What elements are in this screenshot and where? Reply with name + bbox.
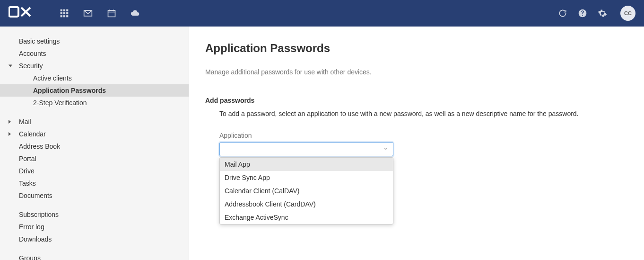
sidebar-item-label: Portal <box>19 155 36 162</box>
main-content: Application Passwords Manage additional … <box>189 27 644 260</box>
sidebar-item-label: Application Passwords <box>33 87 106 94</box>
refresh-icon[interactable] <box>558 9 567 18</box>
svg-rect-4 <box>61 12 62 14</box>
sidebar-item-drive[interactable]: Drive <box>0 165 189 177</box>
sidebar-item-mail[interactable]: Mail <box>0 116 189 128</box>
sidebar-item-label: Subscriptions <box>19 211 59 218</box>
sidebar-item-label: Accounts <box>19 50 46 57</box>
sidebar-item-error-log[interactable]: Error log <box>0 221 189 233</box>
sidebar-item-label: Tasks <box>19 179 36 187</box>
sidebar-item-label: 2-Step Verification <box>33 99 87 107</box>
sidebar-item-label: Basic settings <box>19 37 60 45</box>
cloud-icon[interactable] <box>131 9 140 18</box>
svg-rect-7 <box>61 15 62 17</box>
topbar: CC <box>0 0 644 27</box>
svg-rect-1 <box>61 9 62 11</box>
svg-rect-8 <box>63 15 65 17</box>
application-option[interactable]: Drive Sync App <box>220 171 393 184</box>
sidebar-item-portal[interactable]: Portal <box>0 152 189 165</box>
sidebar-item-subscriptions[interactable]: Subscriptions <box>0 208 189 221</box>
application-option[interactable]: Calendar Client (CalDAV) <box>220 184 393 197</box>
apps-grid-icon[interactable] <box>60 9 69 18</box>
mail-icon[interactable] <box>83 9 93 18</box>
sidebar-item-label: Documents <box>19 192 52 199</box>
sidebar-item-basic-settings[interactable]: Basic settings <box>0 35 189 47</box>
topbar-right-icons: CC <box>558 6 635 21</box>
svg-rect-2 <box>63 9 65 11</box>
sidebar-item-label: Active clients <box>33 74 72 82</box>
sidebar-item-security[interactable]: Security <box>0 60 189 72</box>
avatar[interactable]: CC <box>620 6 635 21</box>
application-option[interactable]: Exchange ActiveSync <box>220 211 393 224</box>
page-title: Application Passwords <box>205 42 644 55</box>
help-icon[interactable] <box>578 9 587 18</box>
sidebar-item-active-clients[interactable]: Active clients <box>0 72 189 84</box>
app-logo[interactable] <box>9 6 31 21</box>
sidebar-item-accounts[interactable]: Accounts <box>0 47 189 60</box>
add-passwords-heading: Add passwords <box>205 97 644 104</box>
application-field-label: Application <box>219 132 644 139</box>
sidebar-item-2-step-verification[interactable]: 2-Step Verification <box>0 97 189 109</box>
sidebar-item-application-passwords[interactable]: Application Passwords <box>0 84 189 97</box>
sidebar-item-downloads[interactable]: Downloads <box>0 233 189 245</box>
svg-rect-5 <box>63 12 65 14</box>
application-select[interactable] <box>219 142 393 156</box>
sidebar-item-label: Address Book <box>19 143 60 150</box>
page-subtitle: Manage additional passwords for use with… <box>205 68 644 76</box>
sidebar-item-label: Mail <box>19 118 31 126</box>
sidebar-item-label: Error log <box>19 223 44 231</box>
svg-rect-3 <box>66 9 68 11</box>
application-option[interactable]: Mail App <box>220 158 393 171</box>
svg-rect-9 <box>66 15 68 17</box>
settings-sidebar: Basic settingsAccountsSecurityActive cli… <box>0 27 189 260</box>
sidebar-item-groups[interactable]: Groups <box>0 252 189 260</box>
sidebar-item-calendar[interactable]: Calendar <box>0 128 189 140</box>
sidebar-item-address-book[interactable]: Address Book <box>0 140 189 152</box>
application-option[interactable]: Addressbook Client (CardDAV) <box>220 197 393 211</box>
sidebar-item-label: Security <box>19 62 43 70</box>
sidebar-item-label: Downloads <box>19 235 52 243</box>
sidebar-item-tasks[interactable]: Tasks <box>0 177 189 189</box>
svg-rect-0 <box>9 7 18 17</box>
sidebar-item-documents[interactable]: Documents <box>0 189 189 202</box>
add-passwords-description: To add a password, select an application… <box>219 110 644 117</box>
chevron-down-icon <box>383 145 389 153</box>
calendar-icon[interactable] <box>107 9 116 18</box>
application-dropdown: Mail AppDrive Sync AppCalendar Client (C… <box>219 157 393 224</box>
svg-rect-6 <box>66 12 68 14</box>
sidebar-item-label: Drive <box>19 167 35 175</box>
sidebar-item-label: Calendar <box>19 130 46 138</box>
topbar-left-icons <box>60 9 140 18</box>
settings-gear-icon[interactable] <box>598 9 607 18</box>
sidebar-item-label: Groups <box>19 254 41 260</box>
